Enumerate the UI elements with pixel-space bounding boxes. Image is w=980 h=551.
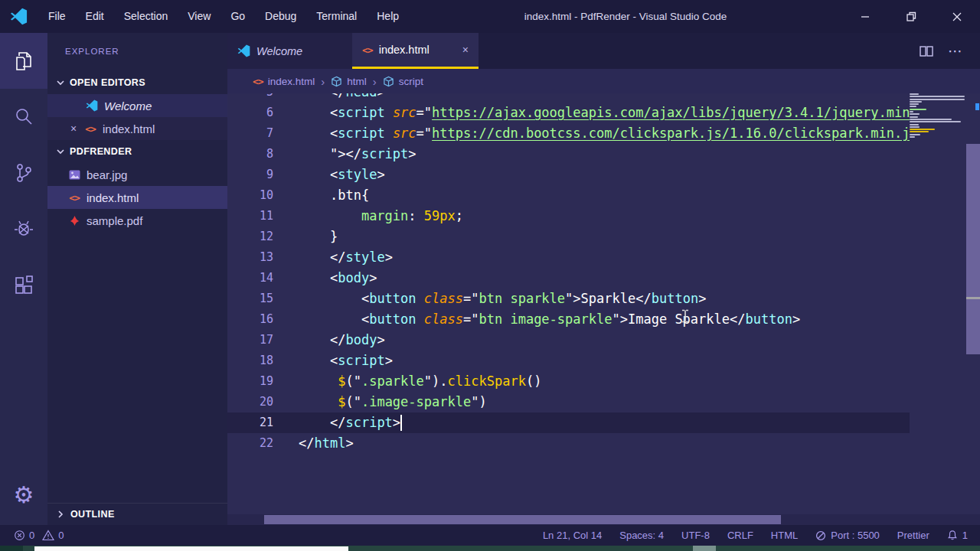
live-server-port-status[interactable]: Port : 5500 [815, 530, 880, 541]
background-strip-corner [0, 546, 23, 551]
editor-actions: ⋯ [919, 33, 980, 69]
problems-status[interactable]: 0 0 [14, 530, 64, 541]
background-strip-segment [693, 546, 716, 551]
close-button[interactable] [934, 0, 980, 33]
menu-file[interactable]: File [38, 0, 76, 33]
explorer-sidebar: EXPLORER OPEN EDITORS Welcome × <> index… [47, 33, 227, 525]
source-control-icon[interactable] [0, 145, 47, 201]
menu-edit[interactable]: Edit [76, 0, 114, 33]
file-bear-jpg[interactable]: bear.jpg [47, 163, 227, 186]
extensions-icon[interactable] [0, 256, 47, 312]
open-editor-welcome[interactable]: Welcome [47, 94, 227, 117]
breadcrumb-separator: › [321, 75, 325, 88]
overview-ruler-decoration [975, 103, 979, 110]
symbol-cube-icon [331, 76, 342, 87]
vscode-logo-icon [10, 8, 28, 25]
breadcrumb-script[interactable]: script [383, 76, 423, 87]
breadcrumb: <> index.html › html › script [227, 69, 980, 93]
search-icon[interactable] [0, 89, 47, 145]
file-sample-pdf[interactable]: sample.pdf [47, 209, 227, 232]
html-file-icon: <> [83, 123, 97, 135]
tab-welcome[interactable]: Welcome [227, 33, 352, 69]
code-lines[interactable]: </head> <script src="https://ajax.google… [299, 93, 910, 454]
horizontal-scrollbar-thumb[interactable] [264, 515, 781, 524]
horizontal-scrollbar[interactable] [227, 514, 980, 525]
prettier-status[interactable]: Prettier [897, 530, 929, 541]
circle-slash-icon [815, 530, 826, 541]
open-editor-index[interactable]: × <> index.html [47, 117, 227, 140]
symbol-cube-icon [383, 76, 394, 87]
gutter: 5678910111213141516171819202122 [227, 93, 299, 454]
status-right: Ln 21, Col 14 Spaces: 4 UTF-8 CRLF HTML … [543, 530, 968, 541]
vscode-window: File Edit Selection View Go Debug Termin… [0, 0, 980, 551]
window-controls [842, 0, 980, 33]
text-caret [400, 415, 402, 431]
menu-view[interactable]: View [178, 0, 220, 33]
warning-icon [42, 530, 54, 541]
background-window-strip [0, 546, 980, 551]
html-file-icon: <> [253, 76, 263, 87]
vscode-logo-icon [85, 99, 99, 112]
menu-bar: File Edit Selection View Go Debug Termin… [38, 0, 409, 33]
title-bar: File Edit Selection View Go Debug Termin… [0, 0, 980, 33]
code-editor[interactable]: 5678910111213141516171819202122 </head> … [227, 93, 980, 514]
eol-status[interactable]: CRLF [727, 530, 753, 541]
breadcrumb-html[interactable]: html [331, 76, 367, 87]
split-editor-icon[interactable] [919, 44, 934, 58]
minimize-button[interactable] [842, 0, 888, 33]
chevron-right-icon [55, 509, 66, 520]
outline-header[interactable]: OUTLINE [47, 503, 227, 525]
encoding-status[interactable]: UTF-8 [681, 530, 710, 541]
close-icon[interactable]: × [68, 122, 79, 135]
open-editors-header[interactable]: OPEN EDITORS [47, 71, 227, 94]
cursor-position-status[interactable]: Ln 21, Col 14 [543, 530, 602, 541]
close-icon[interactable]: × [462, 44, 469, 56]
menu-selection[interactable]: Selection [114, 0, 178, 33]
status-bar: 0 0 Ln 21, Col 14 Spaces: 4 UTF-8 CRLF H… [0, 525, 980, 546]
error-icon [14, 530, 25, 541]
file-index-html[interactable]: <> index.html [47, 186, 227, 209]
folder-header[interactable]: PDFRENDER [47, 140, 227, 163]
editor-area: Welcome <> index.html × ⋯ <> index.html … [227, 33, 980, 525]
breadcrumb-file[interactable]: <> index.html [253, 76, 315, 87]
language-mode-status[interactable]: HTML [771, 530, 798, 541]
debug-icon[interactable] [0, 201, 47, 256]
settings-gear-icon[interactable]: ⚙ [0, 478, 47, 513]
window-title: index.html - PdfRender - Visual Studio C… [409, 11, 842, 22]
vertical-scrollbar[interactable] [966, 144, 980, 354]
html-file-icon: <> [362, 44, 373, 56]
menu-help[interactable]: Help [367, 0, 409, 33]
chevron-down-icon [55, 146, 66, 157]
tab-bar: Welcome <> index.html × ⋯ [227, 33, 980, 69]
scrollbar-divider [966, 297, 980, 299]
notification-count: 1 [962, 530, 968, 541]
activity-bar: ⚙ [0, 33, 47, 525]
mouse-cursor-ibeam [681, 309, 690, 323]
restore-button[interactable] [888, 0, 934, 33]
menu-terminal[interactable]: Terminal [306, 0, 367, 33]
notifications-status[interactable]: 1 [947, 530, 968, 541]
image-file-icon [67, 170, 81, 180]
indentation-status[interactable]: Spaces: 4 [619, 530, 664, 541]
minimap[interactable] [910, 93, 966, 139]
bell-icon [947, 530, 958, 541]
breadcrumb-separator: › [373, 75, 377, 88]
html-file-icon: <> [67, 192, 81, 204]
explorer-icon[interactable] [0, 33, 47, 89]
more-actions-icon[interactable]: ⋯ [948, 42, 963, 60]
error-count: 0 [29, 530, 34, 541]
warning-count: 0 [58, 530, 64, 541]
pdf-file-icon [67, 215, 81, 227]
chevron-down-icon [55, 77, 66, 88]
menu-go[interactable]: Go [220, 0, 255, 33]
sidebar-title: EXPLORER [47, 33, 227, 71]
tab-index-html[interactable]: <> index.html × [352, 33, 479, 69]
vscode-logo-icon [237, 44, 250, 57]
background-strip-highlight [34, 546, 348, 551]
menu-debug[interactable]: Debug [255, 0, 306, 33]
